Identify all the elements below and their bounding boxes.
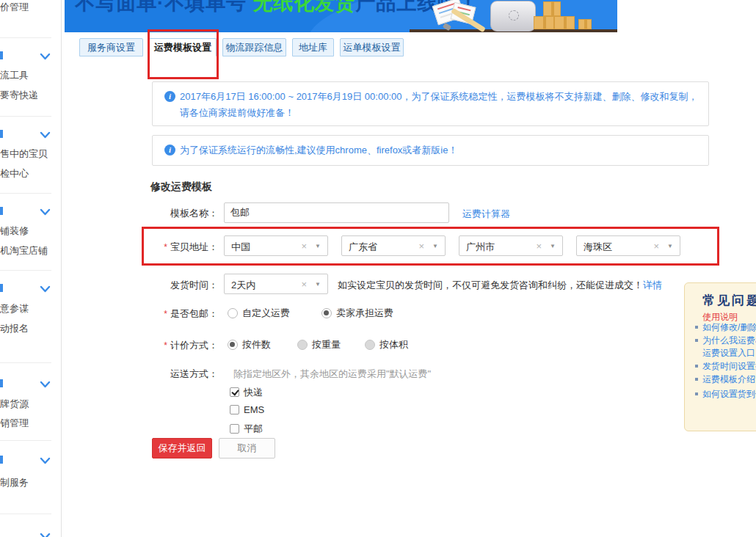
tab-logistics-tracking-info[interactable]: 物流跟踪信息 bbox=[222, 38, 286, 56]
divider bbox=[0, 270, 51, 271]
notice-banner: i 为了保证系统运行的流畅性,建议使用chrome、firefox或者新版ie！ bbox=[152, 135, 709, 166]
required-asterisk: * bbox=[164, 309, 167, 319]
delivery-time-select[interactable]: 2天内 ×▼ bbox=[224, 274, 328, 294]
checkbox-icon[interactable] bbox=[230, 405, 239, 414]
clear-x-icon[interactable]: × bbox=[418, 241, 424, 252]
sidebar-item-mobile-taobao-shop[interactable]: 机淘宝店铺 bbox=[0, 244, 48, 257]
sidebar-item-shop-decoration[interactable]: 铺装修 bbox=[0, 224, 29, 238]
page-title: 修改运费模板 bbox=[150, 180, 212, 194]
checkbox-surface-mail[interactable]: 平邮 bbox=[230, 423, 263, 436]
sidebar: 价管理 流工具 要寄快递 售中的宝贝 检中心 铺装修 机淘宝店铺 意参谋 动报名… bbox=[0, 0, 62, 537]
faq-link-delivery-time-setting[interactable]: 发货时间设置排 bbox=[702, 360, 756, 373]
sidebar-item-business-advisor[interactable]: 意参谋 bbox=[0, 302, 29, 315]
notice-text: 为了保证系统运行的流畅性,建议使用chrome、firefox或者新版ie！ bbox=[180, 142, 698, 158]
radio-label: 按体积 bbox=[379, 339, 408, 350]
divider bbox=[0, 514, 51, 514]
cancel-button[interactable]: 取消 bbox=[219, 438, 275, 459]
radio-seller-pays-freight[interactable]: 卖家承担运费 bbox=[321, 307, 393, 320]
faq-link-freight-entry[interactable]: 运费设置入口 bbox=[702, 347, 755, 359]
sidebar-item-send-express[interactable]: 要寄快递 bbox=[0, 89, 38, 102]
address-select-country[interactable]: 中国 ×▼ bbox=[224, 235, 328, 256]
chevron-down-icon[interactable] bbox=[40, 50, 51, 63]
item-address-label: *宝贝地址： bbox=[136, 241, 218, 254]
bullet-icon bbox=[695, 392, 698, 395]
sidebar-section-fragment bbox=[0, 456, 3, 464]
divider bbox=[0, 193, 51, 194]
radio-selected-icon[interactable] bbox=[321, 308, 332, 318]
chevron-down-icon[interactable] bbox=[40, 378, 51, 391]
address-select-district[interactable]: 海珠区 ×▼ bbox=[576, 235, 680, 256]
radio-by-volume[interactable]: 按体积 bbox=[365, 338, 408, 351]
clear-x-icon[interactable]: × bbox=[653, 241, 659, 252]
clear-x-icon[interactable]: × bbox=[301, 279, 307, 290]
radio-custom-freight[interactable]: 自定义运费 bbox=[228, 307, 290, 320]
checkbox-icon[interactable] bbox=[230, 424, 239, 434]
sidebar-item-items-on-sale[interactable]: 售中的宝贝 bbox=[0, 147, 48, 161]
faq-link-why-template[interactable]: 为什么我运费模 bbox=[702, 335, 756, 347]
chevron-down-icon[interactable] bbox=[40, 282, 51, 296]
headline-highlight: 无纸化发货 bbox=[253, 0, 356, 14]
sidebar-item-brand-supply[interactable]: 牌货源 bbox=[0, 398, 29, 411]
shipping-method-hint: 除指定地区外，其余地区的运费采用"默认运费" bbox=[233, 368, 431, 381]
divider bbox=[0, 116, 51, 117]
radio-icon[interactable] bbox=[365, 340, 375, 350]
tab-address-library[interactable]: 地址库 bbox=[292, 38, 334, 56]
package-boxes-icon bbox=[534, 16, 554, 29]
info-icon: i bbox=[164, 145, 175, 156]
tab-freight-template-settings[interactable]: 运费模板设置 bbox=[149, 38, 217, 56]
address-select-province[interactable]: 广东省 ×▼ bbox=[341, 235, 446, 256]
sidebar-item-activity-signup[interactable]: 动报名 bbox=[0, 322, 29, 335]
chevron-down-icon[interactable] bbox=[40, 454, 51, 467]
select-value: 广州市 bbox=[466, 241, 495, 254]
faq-link-template-intro[interactable]: 运费模板介绍 bbox=[702, 373, 755, 386]
tab-waybill-template-settings[interactable]: 运单模板设置 bbox=[340, 38, 404, 56]
sidebar-section-fragment bbox=[0, 207, 3, 215]
bullet-icon bbox=[695, 326, 698, 329]
chevron-down-icon[interactable] bbox=[40, 128, 51, 142]
radio-icon[interactable] bbox=[297, 340, 308, 350]
chevron-down-icon[interactable] bbox=[40, 530, 51, 537]
clear-x-icon[interactable]: × bbox=[301, 241, 307, 252]
dropdown-arrow-icon[interactable]: ▼ bbox=[550, 243, 556, 249]
sidebar-item-custom-service[interactable]: 制服务 bbox=[0, 476, 29, 489]
radio-label: 按重量 bbox=[312, 339, 341, 350]
package-boxes-icon bbox=[554, 16, 575, 29]
radio-by-weight[interactable]: 按重量 bbox=[297, 338, 341, 351]
page: 价管理 流工具 要寄快递 售中的宝贝 检中心 铺装修 机淘宝店铺 意参谋 动报名… bbox=[0, 0, 756, 537]
divider bbox=[0, 362, 51, 363]
detail-link[interactable]: 详情 bbox=[643, 280, 662, 291]
package-boxes-icon bbox=[543, 1, 561, 16]
faq-title: 常见问题 bbox=[702, 292, 756, 309]
divider bbox=[0, 37, 51, 38]
dropdown-arrow-icon[interactable]: ▼ bbox=[315, 243, 321, 249]
checkbox-express[interactable]: 快递 bbox=[230, 386, 263, 399]
faq-link-cod-setting[interactable]: 如何设置货到付 bbox=[702, 388, 756, 401]
sidebar-item-logistics-tools[interactable]: 流工具 bbox=[0, 69, 29, 82]
bullet-icon bbox=[695, 378, 698, 381]
checkbox-ems[interactable]: EMS bbox=[230, 404, 264, 415]
save-and-return-button[interactable]: 保存并返回 bbox=[152, 438, 212, 459]
checkbox-checked-icon[interactable] bbox=[230, 387, 239, 397]
clear-x-icon[interactable]: × bbox=[536, 241, 542, 252]
radio-icon[interactable] bbox=[228, 308, 238, 318]
sidebar-item-rating-mgmt[interactable]: 价管理 bbox=[0, 1, 29, 14]
address-select-city[interactable]: 广州市 ×▼ bbox=[459, 235, 563, 256]
faq-link-modify-delete[interactable]: 如何修改/删除 bbox=[702, 321, 756, 334]
headline-prefix: 不写面单·不填单号 bbox=[75, 0, 253, 14]
dropdown-arrow-icon[interactable]: ▼ bbox=[432, 243, 438, 249]
dropdown-arrow-icon[interactable]: ▼ bbox=[667, 243, 673, 249]
template-name-input[interactable] bbox=[224, 202, 449, 223]
free-shipping-label: *是否包邮： bbox=[136, 307, 218, 321]
sidebar-item-check-center[interactable]: 检中心 bbox=[0, 167, 29, 180]
sidebar-item-distribution-mgmt[interactable]: 销管理 bbox=[0, 417, 29, 430]
chevron-down-icon[interactable] bbox=[40, 205, 51, 219]
tab-service-provider-settings[interactable]: 服务商设置 bbox=[79, 38, 143, 56]
radio-selected-icon[interactable] bbox=[228, 340, 238, 350]
radio-by-piece[interactable]: 按件数 bbox=[228, 338, 271, 351]
dropdown-arrow-icon[interactable]: ▼ bbox=[315, 281, 321, 288]
select-value: 海珠区 bbox=[584, 241, 612, 254]
promo-banner[interactable]: 不写面单·不填单号 无纸化发货产品上线啦！ bbox=[65, 0, 617, 32]
freight-calculator-link[interactable]: 运费计算器 bbox=[462, 208, 510, 221]
bullet-icon bbox=[695, 365, 698, 368]
notice-banner: i 2017年6月17日 16:00:00 ~ 2017年6月19日 00:00… bbox=[152, 81, 709, 126]
